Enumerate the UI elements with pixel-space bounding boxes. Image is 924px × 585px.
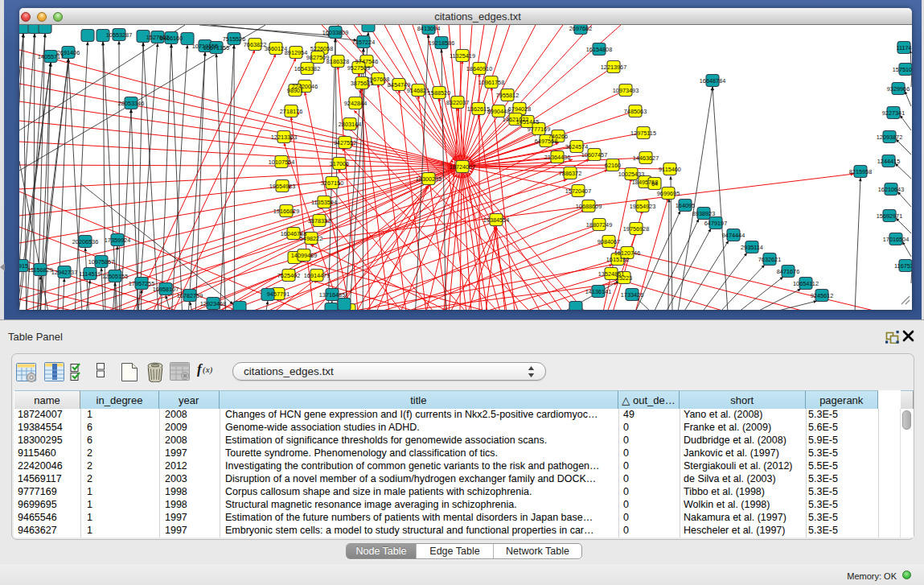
svg-text:11353594: 11353594 bbox=[311, 199, 337, 206]
svg-text:21364436: 21364436 bbox=[544, 154, 570, 161]
svg-text:14463627: 14463627 bbox=[633, 154, 659, 162]
svg-text:19218586: 19218586 bbox=[429, 39, 454, 47]
svg-text:8322037: 8322037 bbox=[446, 99, 469, 106]
svg-text:6466160: 6466160 bbox=[160, 35, 183, 42]
svg-text:1588520: 1588520 bbox=[428, 89, 450, 97]
svg-text:18300295: 18300295 bbox=[416, 175, 441, 183]
svg-text:12942737: 12942737 bbox=[51, 269, 77, 276]
svg-text:28053346: 28053346 bbox=[118, 100, 144, 107]
svg-text:13716485: 13716485 bbox=[319, 291, 345, 299]
svg-text:9084067: 9084067 bbox=[598, 238, 620, 245]
svg-text:7886372: 7886372 bbox=[559, 170, 581, 177]
svg-text:6497568: 6497568 bbox=[535, 138, 557, 145]
svg-text:10671355: 10671355 bbox=[203, 44, 229, 51]
svg-text:9474444: 9474444 bbox=[722, 232, 745, 239]
svg-text:9699695: 9699695 bbox=[657, 190, 680, 197]
svg-text:7625402: 7625402 bbox=[277, 272, 300, 279]
svg-text:12213363: 12213363 bbox=[271, 134, 297, 141]
svg-text:9242844: 9242844 bbox=[344, 100, 367, 107]
svg-text:16210643: 16210643 bbox=[878, 186, 904, 193]
svg-text:16120746: 16120746 bbox=[614, 249, 640, 257]
svg-text:10654112: 10654112 bbox=[793, 280, 819, 287]
svg-text:18640910: 18640910 bbox=[466, 65, 492, 72]
svg-text:9227341: 9227341 bbox=[882, 109, 905, 117]
svg-text:3875685: 3875685 bbox=[351, 80, 373, 87]
svg-text:7632621: 7632621 bbox=[758, 256, 781, 263]
svg-text:9245612: 9245612 bbox=[811, 292, 833, 299]
svg-text:19756928: 19756928 bbox=[623, 225, 649, 233]
svg-text:3624574: 3624574 bbox=[565, 143, 588, 150]
svg-text:64: 64 bbox=[651, 180, 658, 187]
svg-text:16914479: 16914479 bbox=[304, 272, 330, 279]
svg-text:10975867: 10975867 bbox=[88, 258, 114, 266]
svg-text:3267150: 3267150 bbox=[321, 179, 343, 187]
svg-text:3878332: 3878332 bbox=[308, 217, 331, 225]
svg-text:16782759: 16782759 bbox=[177, 292, 203, 299]
svg-text:9427552: 9427552 bbox=[334, 139, 356, 146]
svg-text:17359924: 17359924 bbox=[105, 237, 130, 244]
svg-text:19166829: 19166829 bbox=[273, 208, 299, 215]
svg-text:10553287: 10553287 bbox=[106, 31, 132, 39]
svg-text:2697682: 2697682 bbox=[569, 25, 592, 32]
svg-text:18807249: 18807249 bbox=[586, 221, 612, 229]
svg-text:9146821: 9146821 bbox=[407, 87, 429, 94]
svg-text:164095: 164095 bbox=[676, 202, 695, 209]
svg-text:10107554: 10107554 bbox=[269, 159, 294, 166]
svg-text:2718176: 2718176 bbox=[280, 108, 302, 115]
svg-text:11325419: 11325419 bbox=[450, 52, 475, 60]
svg-text:7515526: 7515526 bbox=[223, 35, 245, 43]
svg-text:1114519: 1114519 bbox=[79, 270, 101, 278]
svg-text:12505155: 12505155 bbox=[102, 273, 128, 280]
svg-text:8938923: 8938923 bbox=[692, 210, 715, 217]
svg-text:9527509: 9527509 bbox=[347, 64, 370, 72]
svg-text:5226058: 5226058 bbox=[310, 45, 333, 52]
svg-text:62160: 62160 bbox=[605, 162, 621, 169]
svg-text:1733426: 1733426 bbox=[621, 291, 643, 299]
svg-text:8186328: 8186328 bbox=[326, 58, 349, 65]
svg-text:7485063: 7485063 bbox=[624, 108, 647, 115]
svg-text:11156829: 11156829 bbox=[27, 266, 52, 274]
svg-text:6479197: 6479197 bbox=[704, 220, 727, 227]
svg-text:317006: 317006 bbox=[330, 160, 349, 167]
svg-text:15720407: 15720407 bbox=[565, 187, 591, 195]
svg-text:19384554: 19384554 bbox=[483, 216, 509, 224]
svg-text:19654923: 19654923 bbox=[630, 203, 655, 210]
svg-text:7663822: 7663822 bbox=[244, 41, 266, 48]
svg-text:6794028: 6794028 bbox=[508, 105, 531, 113]
svg-text:7955812: 7955812 bbox=[496, 92, 519, 99]
svg-text:17016504: 17016504 bbox=[883, 236, 909, 243]
svg-text:9457791: 9457791 bbox=[267, 290, 290, 298]
svg-text:20206536: 20206536 bbox=[72, 238, 98, 245]
svg-text:17957255: 17957255 bbox=[129, 280, 154, 287]
svg-text:12975115: 12975115 bbox=[630, 130, 656, 137]
svg-text:2691406: 2691406 bbox=[57, 49, 80, 56]
svg-text:16033809: 16033809 bbox=[322, 29, 348, 36]
svg-text:18724007: 18724007 bbox=[450, 163, 475, 171]
svg-text:1167533: 1167533 bbox=[894, 262, 912, 270]
svg-text:12923468: 12923468 bbox=[200, 300, 226, 307]
svg-text:12213967: 12213967 bbox=[601, 64, 626, 71]
svg-text:15751074: 15751074 bbox=[893, 66, 912, 73]
svg-text:5498222: 5498222 bbox=[300, 235, 322, 242]
svg-text:16648784: 16648784 bbox=[700, 77, 725, 84]
svg-text:8413094: 8413094 bbox=[417, 25, 440, 32]
svg-text:9329966: 9329966 bbox=[887, 85, 910, 93]
svg-text:16543382: 16543382 bbox=[294, 65, 320, 72]
svg-text:14136141: 14136141 bbox=[585, 288, 611, 295]
svg-text:2935114: 2935114 bbox=[741, 244, 763, 251]
svg-text:10961758: 10961758 bbox=[478, 79, 504, 86]
svg-text:7857224: 7857224 bbox=[352, 39, 375, 46]
svg-text:10607457: 10607457 bbox=[581, 151, 607, 159]
svg-text:8471676: 8471676 bbox=[777, 268, 799, 275]
svg-text:8990448: 8990448 bbox=[487, 108, 510, 115]
svg-text:8215958: 8215958 bbox=[849, 168, 872, 175]
svg-text:2803144: 2803144 bbox=[339, 121, 361, 128]
svg-text:12093872: 12093872 bbox=[877, 134, 902, 141]
svg-text:1615132: 1615132 bbox=[606, 256, 629, 263]
svg-text:11174: 11174 bbox=[896, 44, 911, 51]
svg-text:19654983: 19654983 bbox=[269, 183, 295, 190]
svg-text:16154808: 16154808 bbox=[586, 46, 612, 53]
svg-text:(x): (x) bbox=[203, 365, 213, 375]
svg-text:25223: 25223 bbox=[616, 274, 632, 282]
svg-text:10958107: 10958107 bbox=[153, 286, 179, 293]
